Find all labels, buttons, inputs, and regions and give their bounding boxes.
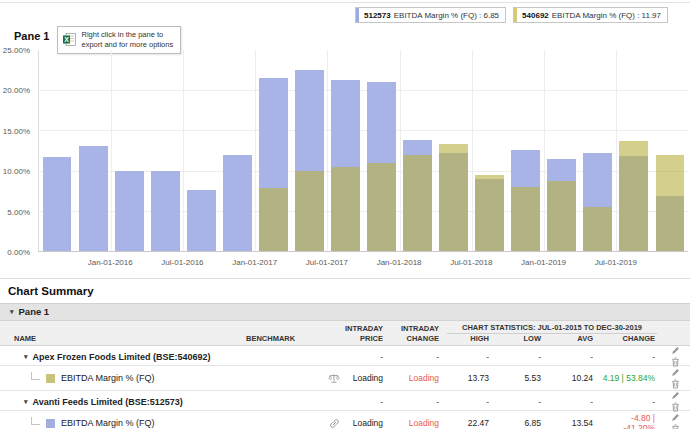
gridline [255,50,256,251]
x-tick-label: Jul-01-2017 [306,258,348,267]
chart-legend: 512573 EBITDA Margin % (FQ) : 6.85 54069… [355,7,668,23]
bar-512573[interactable] [79,146,108,251]
gridline [616,50,617,251]
cell-chg: - [598,397,660,407]
edit-row-button[interactable] [671,346,680,355]
bar-512573[interactable] [223,155,252,251]
tree-connector [31,417,40,425]
col-intraday-price-l1: INTRADAY [332,324,388,333]
cell-price: Loading [332,418,388,428]
y-tick-label: 20.00% [3,86,30,95]
bar-512573[interactable] [115,171,144,251]
edit-row-button[interactable] [671,413,680,422]
cell-price: - [332,352,388,362]
chart-summary-section: Chart Summary ▾ Pane 1 INTRADAY INTRADAY… [0,278,690,429]
bar-512573[interactable] [151,171,180,251]
edit-row-button[interactable] [671,391,680,400]
gridline [327,50,328,251]
company-name: Apex Frozen Foods Limited (BSE:540692) [33,352,211,362]
col-price: PRICE [332,334,388,343]
col-chg: CHANGE [598,334,660,343]
bar-540692[interactable] [367,163,396,251]
indicator-name: EBITDA Margin % (FQ) [61,418,155,428]
delete-row-button[interactable] [671,379,680,389]
legend-item-512573[interactable]: 512573 EBITDA Margin % (FQ) : 6.85 [355,7,506,23]
cell-chg: -4.80 | -41.20% [598,413,660,429]
cell-avg: 13.54 [546,418,598,428]
col-benchmark: BENCHMARK [240,334,332,343]
table-row-apex-group[interactable]: ▾ Apex Frozen Foods Limited (BSE:540692)… [0,346,690,366]
top-divider [0,2,690,3]
gridline [111,50,112,251]
chevron-down-icon[interactable]: ▾ [24,353,28,361]
legend-ticker: 512573 [364,11,391,20]
legend-label: EBITDA Margin % (FQ) : 6.85 [394,11,499,20]
cell-avg: - [546,397,598,407]
col-low: LOW [494,334,546,343]
y-tick-label: 25.00% [3,46,30,55]
bar-540692[interactable] [619,141,648,251]
col-intraday-change-l1: INTRADAY [388,324,444,333]
x-tick-label: Jan-01-2018 [377,258,422,267]
cell-avg: 10.24 [546,373,598,383]
col-high: HIGH [444,334,494,343]
bar-540692[interactable] [583,207,612,251]
legend-ticker: 540692 [522,11,549,20]
chevron-down-icon[interactable]: ▾ [24,398,28,406]
col-chart-statistics: CHART STATISTICS: JUL-01-2015 TO DEC-30-… [447,323,657,334]
cell-price: Loading [332,373,388,383]
company-name: Avanti Feeds Limited (BSE:512573) [33,397,183,407]
hint-line-1: Right click in the pane to [81,30,163,39]
series-swatch-512573 [46,419,55,428]
delete-row-button[interactable] [671,402,680,412]
bar-540692[interactable] [547,181,576,251]
excel-export-icon: X [63,33,76,46]
table-row-avanti-group[interactable]: ▾ Avanti Feeds Limited (BSE:512573) - - … [0,391,690,411]
series-swatch-540692 [46,374,55,383]
bar-540692[interactable] [656,155,685,251]
cell-change: - [388,352,444,362]
bar-540692[interactable] [259,188,288,251]
hint-line-2: export and for more options [81,40,173,49]
x-axis: Jan-01-2016Jul-01-2016Jan-01-2017Jul-01-… [38,258,688,272]
gridline [472,50,473,251]
cell-change: - [388,397,444,407]
summary-pane-header[interactable]: ▾ Pane 1 [0,303,690,321]
gridline [544,50,545,251]
chevron-down-icon: ▾ [10,308,14,316]
x-tick-label: Jan-01-2016 [88,258,133,267]
cell-avg: - [546,352,598,362]
cell-chg: 4.19 | 53.84% [598,373,660,383]
y-axis: 25.00%20.00%15.00%10.00%5.00%0.00% [0,50,34,252]
cell-low: - [494,397,546,407]
y-tick-label: 0.00% [7,248,30,257]
cell-low: - [494,352,546,362]
bar-540692[interactable] [439,144,468,251]
gridline [183,50,184,251]
cell-high: 22.47 [444,418,494,428]
table-row-avanti-ebitda[interactable]: EBITDA Margin % (FQ) Loading Loading 22.… [0,411,690,429]
bar-540692[interactable] [295,171,324,251]
gridline [39,90,688,91]
bar-540692[interactable] [403,155,432,251]
bar-540692[interactable] [475,175,504,251]
bar-540692[interactable] [331,167,360,251]
y-tick-label: 5.00% [7,207,30,216]
bar-512573[interactable] [43,157,72,251]
x-tick-label: Jan-01-2019 [521,258,566,267]
cell-high: - [444,397,494,407]
table-row-apex-ebitda[interactable]: EBITDA Margin % (FQ) Loading Loading 13.… [0,366,690,391]
bar-540692[interactable] [511,187,540,251]
cell-change: Loading [388,373,444,383]
edit-row-button[interactable] [671,368,680,377]
cell-price: - [332,397,388,407]
col-avg: AVG [546,334,598,343]
col-change: CHANGE [388,334,444,343]
delete-row-button[interactable] [671,424,680,429]
x-tick-label: Jul-01-2016 [161,258,203,267]
legend-item-540692[interactable]: 540692 EBITDA Margin % (FQ) : 11.97 [513,7,668,23]
plot-area[interactable] [38,50,688,252]
col-name: NAME [0,334,240,343]
delete-row-button[interactable] [671,357,680,367]
bar-512573[interactable] [187,190,216,251]
